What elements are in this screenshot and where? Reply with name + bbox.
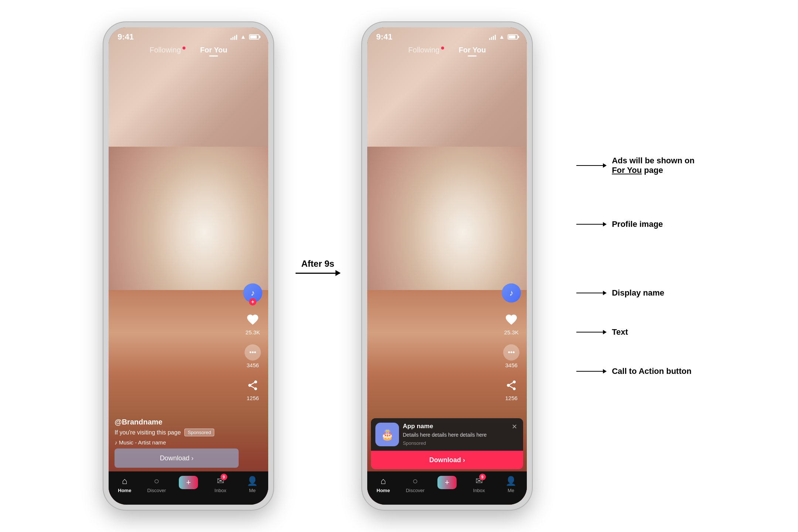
ad-description: Details here details here details here <box>403 432 507 439</box>
battery-icon-2 <box>508 34 518 40</box>
tab-following[interactable]: Following <box>150 46 185 57</box>
nav-item-create-2[interactable]: + <box>436 476 458 489</box>
tiktok-logo-icon-2: ♪ <box>509 288 514 298</box>
annotation-text-profile: Profile image <box>612 219 663 229</box>
create-plus-button-2[interactable]: + <box>437 476 457 489</box>
brand-name: @Brandname <box>115 418 239 426</box>
comment-count: 3456 <box>246 362 259 368</box>
download-button-container: Download › <box>115 449 239 468</box>
share-action[interactable]: 1256 <box>245 377 261 401</box>
annotation-arrow-profile <box>576 224 606 225</box>
download-button[interactable]: Download › <box>115 449 239 468</box>
ad-download-button[interactable]: Download › <box>371 451 523 469</box>
inbox-icon: ✉ 9 <box>217 476 224 486</box>
heart-icon <box>245 311 261 328</box>
nav-item-inbox[interactable]: ✉ 9 Inbox <box>209 476 232 493</box>
share-count: 1256 <box>246 395 259 401</box>
tab-following-2[interactable]: Following <box>408 46 444 57</box>
music-info: ♪ Music - Artist name <box>115 439 239 446</box>
create-plus-button[interactable]: + <box>179 476 198 489</box>
nav-item-inbox-2[interactable]: ✉ 9 Inbox <box>468 476 490 493</box>
ad-overlay: 🎂 App name Details here details here det… <box>371 418 523 469</box>
profile-button[interactable]: ♪ + <box>243 283 262 303</box>
tab-for-you[interactable]: For You <box>200 46 228 57</box>
annotation-display-name: Display name <box>576 288 695 298</box>
me-icon-2: 👤 <box>505 476 516 486</box>
tab-for-you-2[interactable]: For You <box>459 46 486 57</box>
right-actions: ♪ + 25.3K ••• 3456 <box>243 283 262 401</box>
like-count: 25.3K <box>246 329 260 335</box>
heart-icon-2 <box>503 311 519 328</box>
annotation-ads: Ads will be shown on For You page <box>576 156 695 175</box>
layout: 9:41 ▲ Following <box>0 0 798 532</box>
after-label: After 9s <box>301 259 334 269</box>
me-icon: 👤 <box>247 476 258 486</box>
profile-button-2[interactable]: ♪ <box>502 283 521 303</box>
ad-close-button[interactable]: ✕ <box>510 423 519 431</box>
discover-icon: ○ <box>154 476 159 486</box>
ad-card: 🎂 App name Details here details here det… <box>371 418 523 451</box>
signal-icon <box>231 34 237 40</box>
bottom-content: @Brandname If you're visiting this page … <box>115 418 239 446</box>
annotation-arrow-cta <box>576 371 606 372</box>
annotation-cta: Call to Action button <box>576 366 695 376</box>
share-action-2[interactable]: 1256 <box>503 377 519 401</box>
comment-icon-2: ••• <box>503 344 519 361</box>
nav-item-discover[interactable]: ○ Discover <box>146 476 168 493</box>
ad-header: 🎂 App name Details here details here det… <box>375 423 519 446</box>
discover-icon-2: ○ <box>412 476 418 486</box>
comment-count-2: 3456 <box>505 362 517 368</box>
nav-inbox-label-2: Inbox <box>473 488 485 493</box>
annotations-block: Ads will be shown on For You page Profil… <box>569 156 695 376</box>
nav-item-home[interactable]: ⌂ Home <box>113 476 136 493</box>
annotation-text-cta: Call to Action button <box>612 366 691 376</box>
home-icon-2: ⌂ <box>381 476 386 486</box>
annotation-profile: Profile image <box>576 219 695 229</box>
nav-tabs-2: Following For You <box>367 46 527 57</box>
ad-sponsored-label: Sponsored <box>403 440 507 446</box>
caption-text: If you're visiting this page <box>115 429 181 436</box>
nav-item-home-2[interactable]: ⌂ Home <box>372 476 394 493</box>
nav-inbox-label: Inbox <box>215 488 226 493</box>
sponsored-badge: Sponsored <box>184 429 214 436</box>
status-time-2: 9:41 <box>376 32 392 42</box>
comment-action[interactable]: ••• 3456 <box>245 344 261 368</box>
tiktok-logo-icon: ♪ <box>251 288 255 298</box>
nav-item-create[interactable]: + <box>177 476 200 489</box>
share-count-2: 1256 <box>505 395 517 401</box>
nav-home-label: Home <box>118 488 131 493</box>
following-dot-2 <box>441 47 444 50</box>
inbox-badge: 9 <box>221 474 227 480</box>
nav-me-label: Me <box>249 488 256 493</box>
annotation-arrow-ads <box>576 165 606 166</box>
nav-home-label-2: Home <box>376 488 390 493</box>
bottom-nav-2: ⌂ Home ○ Discover + ✉ <box>367 471 527 505</box>
phone-2-screen: 9:41 ▲ <box>367 27 527 505</box>
signal-icon-2 <box>489 34 496 40</box>
nav-item-discover-2[interactable]: ○ Discover <box>404 476 426 493</box>
annotation-text-display-name: Display name <box>612 288 664 298</box>
nav-item-me-2[interactable]: 👤 Me <box>500 476 522 493</box>
wifi-icon: ▲ <box>240 34 246 40</box>
phone-1: 9:41 ▲ Following <box>103 22 273 510</box>
right-actions-2: ♪ 25.3K ••• 3456 <box>502 283 521 401</box>
like-action[interactable]: 25.3K <box>245 311 261 335</box>
annotation-arrow-display-name <box>576 293 606 293</box>
inbox-badge-2: 9 <box>479 474 486 480</box>
phone-2-container: 9:41 ▲ <box>362 22 532 510</box>
transition-arrow: After 9s <box>296 259 340 274</box>
annotation-arrow-text <box>576 332 606 332</box>
ad-app-icon: 🎂 <box>375 423 399 446</box>
home-icon: ⌂ <box>122 476 127 486</box>
like-action-2[interactable]: 25.3K <box>503 311 519 335</box>
caption-row: If you're visiting this page Sponsored <box>115 429 239 436</box>
ad-app-name: App name <box>403 423 507 430</box>
share-icon-2 <box>503 377 519 393</box>
nav-item-me[interactable]: 👤 Me <box>241 476 263 493</box>
status-bar: 9:41 ▲ <box>109 27 268 47</box>
annotation-text-text: Text <box>612 327 628 337</box>
phone-1-screen: 9:41 ▲ Following <box>109 27 268 505</box>
inbox-icon-2: ✉ 9 <box>475 476 483 486</box>
comment-action-2[interactable]: ••• 3456 <box>503 344 519 368</box>
status-bar-2: 9:41 ▲ <box>367 27 527 47</box>
